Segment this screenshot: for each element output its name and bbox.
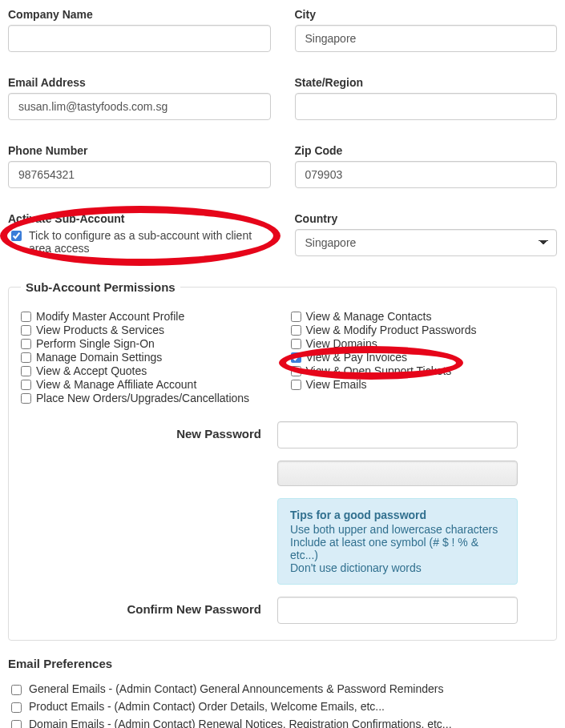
permission-checkbox[interactable] bbox=[291, 312, 301, 322]
permission-item: View Domains bbox=[291, 337, 545, 350]
zip-input[interactable] bbox=[295, 161, 558, 188]
email-label: Email Address bbox=[8, 76, 271, 89]
activate-subaccount-text: Tick to configure as a sub-account with … bbox=[29, 229, 271, 255]
permission-label: Manage Domain Settings bbox=[36, 351, 162, 364]
permission-label: View Emails bbox=[306, 378, 367, 391]
activate-subaccount-label: Activate Sub-Account bbox=[8, 212, 271, 225]
permission-label: View Products & Services bbox=[36, 324, 164, 336]
permissions-fieldset: Sub-Account Permissions Modify Master Ac… bbox=[8, 280, 557, 641]
new-password-input[interactable] bbox=[277, 421, 518, 448]
email-pref-label: Product Emails - (Admin Contact) Order D… bbox=[29, 700, 385, 713]
city-input[interactable] bbox=[295, 25, 558, 52]
permission-checkbox[interactable] bbox=[21, 339, 31, 349]
permission-label: View Domains bbox=[306, 337, 377, 350]
email-pref-item: General Emails - (Admin Contact) General… bbox=[8, 682, 557, 698]
permission-label: View & Modify Product Passwords bbox=[306, 324, 477, 336]
email-pref-item: Product Emails - (Admin Contact) Order D… bbox=[8, 700, 557, 715]
email-pref-checkbox[interactable] bbox=[11, 702, 22, 713]
password-tips-line3: Don't use dictionary words bbox=[290, 561, 505, 574]
permission-label: View & Manage Affiliate Account bbox=[36, 378, 196, 391]
permission-item: Perform Single Sign-On bbox=[21, 337, 275, 350]
permission-label: Perform Single Sign-On bbox=[36, 337, 155, 350]
permission-checkbox[interactable] bbox=[21, 366, 31, 376]
activate-subaccount-row: Tick to configure as a sub-account with … bbox=[8, 229, 271, 255]
email-preferences-title: Email Preferences bbox=[8, 657, 557, 670]
company-name-input[interactable] bbox=[8, 25, 271, 52]
phone-input[interactable] bbox=[8, 161, 271, 188]
permission-checkbox[interactable] bbox=[21, 393, 31, 404]
zip-label: Zip Code bbox=[295, 144, 558, 157]
city-label: City bbox=[295, 8, 558, 21]
password-tips-line1: Use both upper and lowercase characters bbox=[290, 523, 505, 536]
permission-item: Manage Domain Settings bbox=[21, 351, 275, 364]
email-pref-label: Domain Emails - (Admin Contact) Renewal … bbox=[29, 718, 452, 728]
email-input[interactable] bbox=[8, 93, 271, 120]
permission-label: Place New Orders/Upgrades/Cancellations bbox=[36, 392, 249, 404]
permission-item: Modify Master Account Profile bbox=[21, 310, 275, 323]
permission-label: View & Pay Invoices bbox=[306, 351, 408, 364]
country-label: Country bbox=[295, 212, 558, 225]
permission-label: Modify Master Account Profile bbox=[36, 310, 184, 323]
permission-item: Place New Orders/Upgrades/Cancellations bbox=[21, 392, 275, 404]
phone-label: Phone Number bbox=[8, 144, 271, 157]
new-password-label: New Password bbox=[21, 421, 261, 440]
permission-checkbox[interactable] bbox=[291, 380, 301, 390]
permission-checkbox[interactable] bbox=[291, 366, 301, 376]
company-name-label: Company Name bbox=[8, 8, 271, 21]
email-pref-item: Domain Emails - (Admin Contact) Renewal … bbox=[8, 718, 557, 728]
email-pref-checkbox[interactable] bbox=[11, 720, 22, 728]
email-pref-checkbox[interactable] bbox=[11, 685, 22, 695]
permission-checkbox[interactable] bbox=[21, 312, 31, 322]
permission-checkbox[interactable] bbox=[21, 352, 31, 363]
permission-checkbox[interactable] bbox=[21, 325, 31, 336]
permission-checkbox[interactable] bbox=[21, 380, 31, 390]
password-strength-meter bbox=[277, 461, 518, 486]
password-tips-line2: Include at least one symbol (# $ ! % & e… bbox=[290, 536, 505, 561]
email-pref-label: General Emails - (Admin Contact) General… bbox=[29, 682, 443, 695]
permission-label: View & Open Support Tickets bbox=[306, 364, 452, 377]
permission-checkbox[interactable] bbox=[291, 325, 301, 336]
state-label: State/Region bbox=[295, 76, 558, 89]
password-tips-box: Tips for a good password Use both upper … bbox=[277, 498, 518, 585]
permission-checkbox[interactable] bbox=[291, 339, 301, 349]
permission-item: View & Accept Quotes bbox=[21, 364, 275, 377]
permission-item: View Emails bbox=[291, 378, 545, 391]
permission-item: View & Modify Product Passwords bbox=[291, 324, 545, 336]
permission-item: View & Manage Affiliate Account bbox=[21, 378, 275, 391]
password-tips-title: Tips for a good password bbox=[290, 509, 505, 521]
permission-checkbox[interactable] bbox=[291, 352, 301, 363]
permission-item: View & Pay Invoices bbox=[291, 351, 545, 364]
confirm-password-input[interactable] bbox=[277, 597, 518, 624]
permission-label: View & Manage Contacts bbox=[306, 310, 432, 323]
confirm-password-label: Confirm New Password bbox=[21, 597, 261, 616]
permissions-title: Sub-Account Permissions bbox=[21, 280, 180, 294]
permission-item: View & Manage Contacts bbox=[291, 310, 545, 323]
permission-label: View & Accept Quotes bbox=[36, 364, 147, 377]
state-input[interactable] bbox=[295, 93, 558, 120]
activate-subaccount-checkbox[interactable] bbox=[11, 231, 22, 241]
permission-item: View & Open Support Tickets bbox=[291, 364, 545, 377]
country-select[interactable]: Singapore bbox=[295, 229, 558, 256]
permission-item: View Products & Services bbox=[21, 324, 275, 336]
